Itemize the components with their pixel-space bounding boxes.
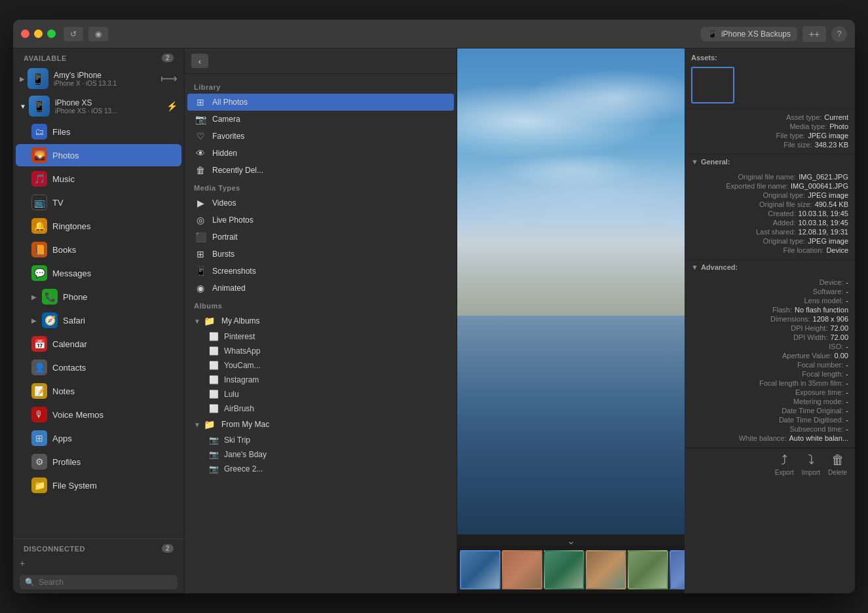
tree-item-ski-trip[interactable]: 📷 Ski Trip: [185, 433, 457, 447]
tree-item-portrait[interactable]: ⬛ Portrait: [185, 229, 457, 246]
refresh-button[interactable]: ↺: [64, 27, 83, 41]
books-label: Books: [52, 245, 76, 255]
tree-item-pinterest[interactable]: ⬜ Pinterest: [185, 329, 457, 344]
tree-item-animated[interactable]: ◉ Animated: [185, 280, 457, 297]
sidebar-item-music[interactable]: 🎵 Music: [16, 168, 181, 190]
library-header: Library: [185, 78, 457, 94]
sidebar-item-calendar[interactable]: 📅 Calendar: [16, 333, 181, 355]
advanced-info-row: DPI Height:72.00: [691, 324, 848, 332]
strip-thumb[interactable]: [628, 550, 668, 589]
tree-item-videos[interactable]: ▶ Videos: [185, 195, 457, 212]
advanced-item-value: -: [846, 361, 848, 369]
sidebar-item-safari[interactable]: ▶ 🧭 Safari: [16, 309, 181, 331]
import-action[interactable]: ⤵ Import: [802, 453, 820, 476]
file-size-label: File size:: [783, 141, 812, 149]
file-type-row: File type: JPEG image: [691, 132, 848, 139]
albums-header: Albums: [185, 297, 457, 312]
tree-item-favorites[interactable]: ♡ Favorites: [185, 128, 457, 145]
tree-item-hidden[interactable]: 👁 Hidden: [185, 145, 457, 162]
tree-item-all-photos[interactable]: ⊞ All Photos: [187, 94, 454, 111]
advanced-info-row: Aperture Value:0.00: [691, 352, 848, 360]
sidebar-item-profiles[interactable]: ⚙ Profiles: [16, 451, 181, 473]
tree-item-recently-deleted[interactable]: 🗑 Recently Del...: [185, 162, 457, 179]
strip-thumb[interactable]: [502, 550, 542, 589]
plus-button[interactable]: ++: [802, 26, 826, 42]
sidebar-item-file-system[interactable]: 📁 File System: [16, 474, 181, 496]
search-bar: 🔍: [20, 575, 178, 589]
general-info-row: Last shared:12.08.19, 19:31: [691, 228, 848, 236]
tree-item-airbrush[interactable]: ⬜ AirBrush: [185, 401, 457, 416]
close-button[interactable]: [21, 29, 29, 38]
sidebar-item-books[interactable]: 📙 Books: [16, 238, 181, 261]
strip-thumb[interactable]: [586, 550, 626, 589]
back-button[interactable]: ‹: [191, 54, 208, 68]
delete-action[interactable]: 🗑 Delete: [828, 453, 847, 476]
help-button[interactable]: ?: [831, 26, 847, 42]
live-photos-icon: ◎: [194, 215, 207, 225]
asset-thumb-2[interactable]: [737, 67, 780, 103]
sidebar-item-phone[interactable]: ▶ 📞 Phone: [16, 286, 181, 308]
sidebar-item-apps[interactable]: ⊞ Apps: [16, 427, 181, 449]
tree-item-instagram[interactable]: ⬜ Instagram: [185, 373, 457, 387]
general-item-value: Device: [826, 246, 848, 254]
sidebar-item-notes[interactable]: 📝 Notes: [16, 380, 181, 402]
general-section: Original file name:IMG_0621.JPGExported …: [685, 169, 855, 260]
strip-thumb[interactable]: [544, 550, 584, 589]
tree-item-screenshots[interactable]: 📱 Screenshots: [185, 263, 457, 280]
general-section-header[interactable]: ▼ General:: [685, 155, 855, 169]
iphone-xs-name: iPhone XS: [55, 98, 117, 107]
advanced-item-label: Focal number:: [797, 361, 843, 369]
sidebar-item-photos[interactable]: 🌄 Photos: [16, 144, 181, 166]
sidebar-device-amys-iphone[interactable]: ▶ 📱 Amy's iPhone iPhone X · iOS 13.3.1 ⟼: [13, 65, 184, 92]
instagram-label: Instagram: [224, 375, 259, 384]
photo-strip[interactable]: [457, 546, 685, 593]
preview-button[interactable]: ◉: [88, 27, 108, 41]
wifi-icon: ⟼: [160, 71, 178, 86]
maximize-button[interactable]: [47, 29, 56, 38]
contacts-label: Contacts: [52, 363, 86, 373]
lulu-label: Lulu: [224, 390, 239, 399]
tree-item-lulu[interactable]: ⬜ Lulu: [185, 387, 457, 401]
tree-item-bursts[interactable]: ⊞ Bursts: [185, 246, 457, 263]
export-action[interactable]: ⤴ Export: [775, 453, 794, 476]
tree-item-camera[interactable]: 📷 Camera: [185, 111, 457, 128]
general-arrow-icon: ▼: [691, 158, 698, 166]
advanced-item-value: 0.00: [835, 352, 848, 360]
strip-thumb[interactable]: [460, 550, 500, 589]
sidebar-item-ringtones[interactable]: 🔔 Ringtones: [16, 215, 181, 237]
advanced-item-label: Software:: [813, 288, 843, 295]
from-mac-folder-icon: 📁: [203, 419, 216, 430]
advanced-label: Advanced:: [701, 263, 738, 271]
advanced-item-value: -: [846, 297, 848, 305]
sidebar-item-tv[interactable]: 📺 TV: [16, 191, 181, 214]
voice-memos-icon: 🎙: [31, 407, 47, 422]
add-disconnected-btn[interactable]: +: [13, 555, 184, 571]
tree-item-from-my-mac[interactable]: ▼ 📁 From My Mac: [185, 416, 457, 433]
advanced-section-header[interactable]: ▼ Advanced:: [685, 260, 855, 274]
sidebar-device-iphone-xs[interactable]: ▼ 📱 iPhone XS iPhone XS · iOS 13... ⚡: [13, 92, 184, 120]
tree-item-youcam[interactable]: ⬜ YouCam...: [185, 358, 457, 373]
tree-item-live-photos[interactable]: ◎ Live Photos: [185, 212, 457, 229]
sidebar-item-voice-memos[interactable]: 🎙 Voice Memos: [16, 403, 181, 426]
tree-item-my-albums[interactable]: ▼ 📁 My Albums: [185, 312, 457, 329]
sidebar-item-messages[interactable]: 💬 Messages: [16, 262, 181, 284]
advanced-item-label: Subsecond time:: [789, 425, 843, 433]
titlebar-controls: ↺ ◉: [64, 27, 108, 41]
asset-thumb-1[interactable]: [691, 67, 734, 103]
tree-item-janes-bday[interactable]: 📷 Jane's Bday: [185, 447, 457, 462]
sidebar-item-contacts[interactable]: 👤 Contacts: [16, 356, 181, 379]
media-types-header: Media Types: [185, 179, 457, 195]
sidebar-item-files[interactable]: 🗂 Files: [16, 121, 181, 143]
tree-item-greece[interactable]: 📷 Greece 2...: [185, 462, 457, 476]
phone-icon: 📞: [42, 289, 58, 305]
main-area: AVAILABLE 2 ▶ 📱 Amy's iPhone iPhone X · …: [13, 48, 855, 593]
photos-icon: 🌄: [31, 147, 47, 163]
minimize-button[interactable]: [34, 29, 43, 38]
whatsapp-icon: ⬜: [208, 346, 219, 356]
advanced-item-value: -: [846, 278, 848, 286]
ski-trip-label: Ski Trip: [224, 436, 250, 445]
chevron-down-icon[interactable]: ⌄: [457, 534, 685, 546]
strip-thumb[interactable]: [670, 550, 685, 589]
tree-item-whatsapp[interactable]: ⬜ WhatsApp: [185, 344, 457, 358]
search-input[interactable]: [39, 578, 172, 587]
